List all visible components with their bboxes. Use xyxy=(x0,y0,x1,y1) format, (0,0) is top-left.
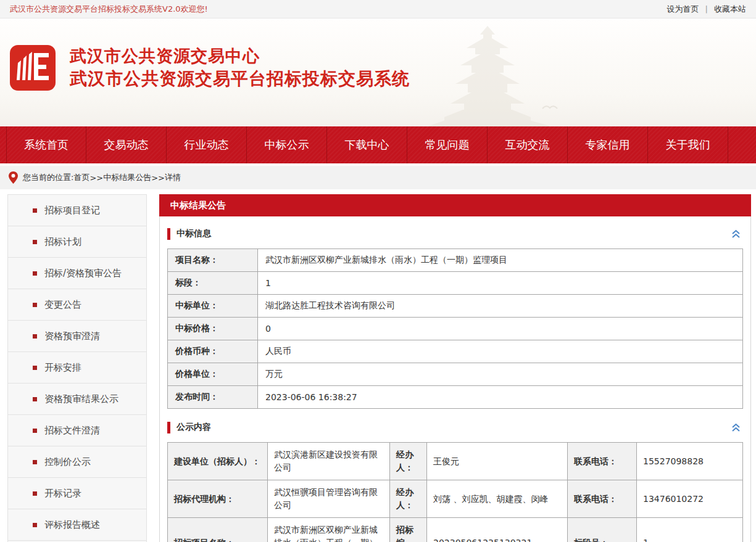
site-logo xyxy=(9,44,56,91)
cell-value: 202305061235130321 xyxy=(427,518,568,542)
sidebar-item-doc-clarify[interactable]: 招标文件澄清 xyxy=(8,415,146,446)
row-value: 湖北路达胜工程技术咨询有限公司 xyxy=(258,295,743,318)
bird-watermark xyxy=(542,104,558,111)
sidebar-item-label: 资格预审结果公示 xyxy=(44,393,118,405)
table-row: 发布时间：2023-06-06 16:38:27 xyxy=(168,386,743,409)
cell-label: 经办人： xyxy=(390,480,427,518)
sidebar-menu: 招标项目登记 招标计划 招标/资格预审公告 变更公告 资格预审澄清 开标安排 资… xyxy=(7,194,147,542)
section-publicity-content: 公示内容 xyxy=(167,419,743,436)
breadcrumb-list[interactable]: 中标结果公告 xyxy=(103,172,151,183)
sidebar-item-label: 开标安排 xyxy=(44,362,81,374)
nav-item-download[interactable]: 下载中心 xyxy=(327,126,407,163)
bullet-icon xyxy=(33,523,37,527)
breadcrumb-home[interactable]: 首页 xyxy=(73,172,89,183)
cell-label: 标段号： xyxy=(568,518,637,542)
system-title: 武汉市公共资源交易平台招标投标交易系统 xyxy=(70,67,410,91)
breadcrumb-sep2: >> xyxy=(151,173,165,183)
cell-label: 招标代理机构： xyxy=(168,480,268,518)
bullet-icon xyxy=(33,460,37,464)
sidebar-item-label: 招标项目登记 xyxy=(44,205,100,216)
table-row: 招标项目名称： 武汉市新洲区双柳产业新城排水（雨水）工程（一期）监理项目 招标编… xyxy=(168,518,743,542)
nav-item-faq[interactable]: 常见问题 xyxy=(407,126,488,163)
row-label: 标段： xyxy=(168,272,258,295)
table-row: 标段：1 xyxy=(168,272,743,295)
table-row: 中标价格：0 xyxy=(168,318,743,340)
sidebar-item-label: 资格预审澄清 xyxy=(44,331,100,342)
bullet-icon xyxy=(33,271,37,276)
cell-value: 武汉恒骥项目管理咨询有限公司 xyxy=(268,480,390,518)
sidebar-item-eval-report[interactable]: 评标报告概述 xyxy=(8,509,146,541)
set-homepage-link[interactable]: 设为首页 xyxy=(667,4,699,15)
sidebar-item-label: 变更公告 xyxy=(44,299,81,311)
sidebar-item-label: 招标计划 xyxy=(44,236,81,248)
sidebar-item-prequal-clarify[interactable]: 资格预审澄清 xyxy=(8,321,146,352)
sidebar-item-label: 控制价公示 xyxy=(44,456,91,468)
sidebar-item-prequal-result[interactable]: 资格预审结果公示 xyxy=(8,384,146,415)
nav-item-home[interactable]: 系统首页 xyxy=(6,126,86,163)
bullet-icon xyxy=(33,303,37,307)
collapse-chevron-icon[interactable] xyxy=(731,229,743,239)
bullet-icon xyxy=(33,366,37,370)
row-value: 2023-06-06 16:38:27 xyxy=(258,386,743,409)
topbar-divider: | xyxy=(705,4,708,14)
section-accent-bar xyxy=(167,422,170,433)
row-value: 1 xyxy=(258,272,743,295)
nav-item-industry[interactable]: 行业动态 xyxy=(167,126,247,163)
row-value: 武汉市新洲区双柳产业新城排水（雨水）工程（一期）监理项目 xyxy=(258,249,743,272)
cell-value: 刘荡 、刘应凯、胡建霞、闵峰 xyxy=(427,480,568,518)
bullet-icon xyxy=(33,429,37,433)
collapse-chevron-icon[interactable] xyxy=(731,422,743,432)
pagoda-watermark xyxy=(426,23,549,126)
row-label: 中标价格： xyxy=(168,318,258,340)
top-utility-bar: 武汉市公共资源交易平台招标投标交易系统V2.0欢迎您! 设为首页 | 收藏本站 xyxy=(0,0,756,18)
sidebar-item-project-register[interactable]: 招标项目登记 xyxy=(8,195,146,226)
table-row: 招标代理机构： 武汉恒骥项目管理咨询有限公司 经办人： 刘荡 、刘应凯、胡建霞、… xyxy=(168,480,743,518)
row-label: 价格币种： xyxy=(168,340,258,363)
row-label: 中标单位： xyxy=(168,295,258,318)
nav-item-expert[interactable]: 专家信用 xyxy=(568,126,648,163)
table-row: 中标单位：湖北路达胜工程技术咨询有限公司 xyxy=(168,295,743,318)
publicity-table: 建设单位（招标人）： 武汉滨港新区建设投资有限公司 经办人： 王俊元 联系电话：… xyxy=(167,442,743,542)
nav-item-winbid[interactable]: 中标公示 xyxy=(247,126,327,163)
section-title: 公示内容 xyxy=(177,422,731,433)
bullet-icon xyxy=(33,491,37,496)
sidebar-item-label: 开标记录 xyxy=(44,488,81,499)
table-row: 项目名称：武汉市新洲区双柳产业新城排水（雨水）工程（一期）监理项目 xyxy=(168,249,743,272)
sidebar-item-bid-plan[interactable]: 招标计划 xyxy=(8,226,146,258)
row-value: 人民币 xyxy=(258,340,743,363)
cell-label: 联系电话： xyxy=(568,443,637,480)
org-title: 武汉市公共资源交易中心 xyxy=(70,45,410,67)
sidebar-item-prequal-announcement[interactable]: 招标/资格预审公告 xyxy=(8,258,146,289)
sidebar-item-opening-record[interactable]: 开标记录 xyxy=(8,478,146,509)
sidebar-item-label: 评标报告概述 xyxy=(44,519,100,531)
favorite-site-link[interactable]: 收藏本站 xyxy=(714,4,746,15)
cell-label: 建设单位（招标人）： xyxy=(168,443,268,480)
main-nav: 系统首页 交易动态 行业动态 中标公示 下载中心 常见问题 互动交流 专家信用 … xyxy=(0,126,756,163)
breadcrumb-current: 详情 xyxy=(165,172,181,183)
breadcrumb-prefix: 您当前的位置: xyxy=(23,172,73,183)
row-label: 项目名称： xyxy=(168,249,258,272)
sidebar-item-label: 招标文件澄清 xyxy=(44,425,100,437)
bullet-icon xyxy=(33,240,37,244)
location-pin-icon xyxy=(9,171,18,184)
section-title: 中标信息 xyxy=(177,228,731,239)
section-win-info: 中标信息 xyxy=(167,225,743,242)
sidebar-item-bid-opening-schedule[interactable]: 开标安排 xyxy=(8,352,146,384)
cell-label: 联系电话： xyxy=(568,480,637,518)
nav-item-interact[interactable]: 互动交流 xyxy=(488,126,568,163)
welcome-text: 武汉市公共资源交易平台招标投标交易系统V2.0欢迎您! xyxy=(10,4,208,15)
cell-value: 15527098828 xyxy=(637,443,743,480)
sidebar-item-control-price[interactable]: 控制价公示 xyxy=(8,446,146,478)
table-row: 建设单位（招标人）： 武汉滨港新区建设投资有限公司 经办人： 王俊元 联系电话：… xyxy=(168,443,743,480)
cell-label: 经办人： xyxy=(390,443,427,480)
cell-label: 招标编号： xyxy=(390,518,427,542)
sidebar-item-change-announcement[interactable]: 变更公告 xyxy=(8,289,146,321)
nav-item-about[interactable]: 关于我们 xyxy=(648,126,728,163)
page-title: 中标结果公告 xyxy=(159,194,751,216)
nav-item-trade[interactable]: 交易动态 xyxy=(86,126,167,163)
row-label: 价格单位： xyxy=(168,363,258,386)
cell-value: 王俊元 xyxy=(427,443,568,480)
bullet-icon xyxy=(33,334,37,339)
cell-value: 13476010272 xyxy=(637,480,743,518)
row-label: 发布时间： xyxy=(168,386,258,409)
